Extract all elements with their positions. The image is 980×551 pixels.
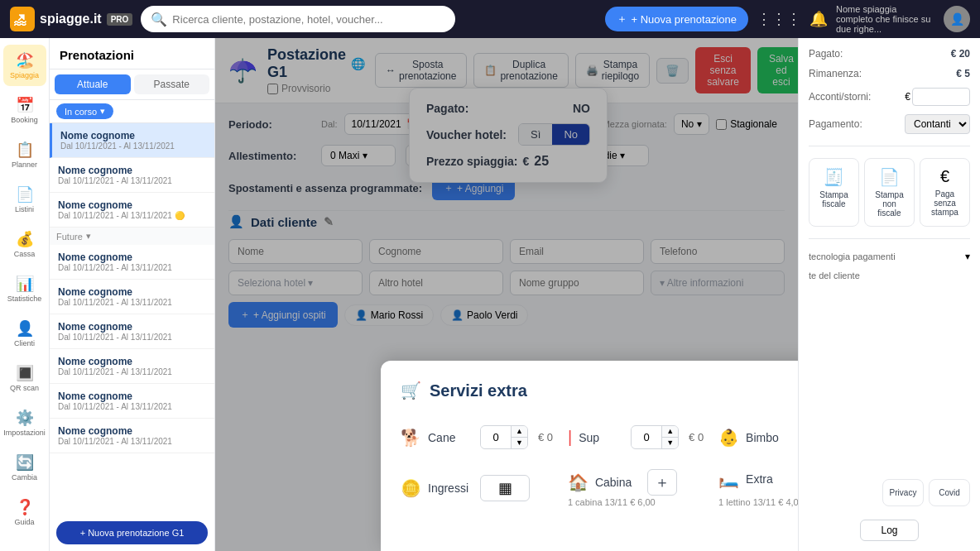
cane-qty-up[interactable]: ▲ bbox=[512, 426, 527, 438]
paga-senza-stampa-tile[interactable]: € Paga senza stampa bbox=[920, 158, 970, 227]
cane-label: Cane bbox=[428, 431, 473, 444]
sidebar-item-qrscan[interactable]: 🔳 QR scan bbox=[3, 357, 46, 399]
sidebar-item-clienti[interactable]: 👤 Clienti bbox=[3, 313, 46, 354]
cabina-plus-button[interactable]: ＋ bbox=[647, 469, 677, 496]
chevron-down-icon: ▾ bbox=[965, 251, 970, 262]
sidebar-item-listini[interactable]: 📄 Listini bbox=[3, 179, 46, 220]
dog-icon: 🐕 bbox=[401, 428, 421, 448]
filter-in-corso[interactable]: In corso ▾ bbox=[56, 103, 113, 119]
qr-icon: ▦ bbox=[498, 479, 512, 497]
new-booking-button[interactable]: ＋ + Nuova prenotazione bbox=[605, 7, 748, 31]
booking-item-1[interactable]: Nome cognome Dal 10/11/2021 - Al 13/11/2… bbox=[50, 158, 214, 193]
cane-qty-input[interactable] bbox=[481, 428, 511, 447]
logo-text: spiagge.it bbox=[40, 12, 102, 26]
sidebar-item-cassa[interactable]: 💰 Cassa bbox=[3, 223, 46, 265]
user-info: Nome spiaggia completo che finisce su du… bbox=[836, 4, 935, 34]
tecnologia-row[interactable]: tecnologia pagamenti ▾ bbox=[809, 251, 970, 262]
booking-item-name: Nome cognome bbox=[60, 130, 206, 141]
booking-tabs: Attuale Passate bbox=[50, 69, 214, 100]
pro-badge: PRO bbox=[107, 13, 133, 26]
servizi-grid: 🐕 Cane ▲ ▼ € 0 | bbox=[401, 417, 798, 519]
panel-pagato-label: Pagato: bbox=[809, 48, 843, 60]
sidebar-item-label: Spiaggia bbox=[10, 71, 39, 79]
booking-item-selected[interactable]: Nome cognome Dal 10/11/2021 - Al 13/11/2… bbox=[50, 123, 214, 158]
servizi-cane: 🐕 Cane ▲ ▼ € 0 bbox=[401, 417, 568, 458]
gear-icon: ⚙️ bbox=[16, 409, 34, 427]
booking-item-2[interactable]: Nome cognome Dal 10/11/2021 - Al 13/11/2… bbox=[50, 193, 214, 228]
stampa-fiscale-tile[interactable]: 🧾 Stampa fiscale bbox=[809, 158, 859, 227]
search-input[interactable] bbox=[172, 13, 445, 26]
sidebar-item-spiaggia[interactable]: 🏖️ Spiaggia bbox=[3, 45, 46, 86]
search-bar: 🔍 bbox=[141, 6, 455, 32]
sup-qty-input[interactable] bbox=[632, 428, 661, 447]
privacy-tile[interactable]: Privacy bbox=[882, 479, 924, 506]
fiscal-icon: 🧾 bbox=[824, 167, 844, 187]
search-icon: 🔍 bbox=[151, 12, 167, 27]
bed-icon: 🛏️ bbox=[718, 469, 739, 489]
plus-icon: ＋ bbox=[617, 12, 627, 26]
pagamento-select[interactable]: Contanti bbox=[905, 114, 970, 134]
panel-pagamento-row: Pagamento: Contanti bbox=[809, 114, 970, 134]
covid-tile[interactable]: Covid bbox=[929, 479, 970, 506]
sup-price: € 0 bbox=[689, 431, 718, 443]
booking-item-f5[interactable]: Nome cognome Dal 10/11/2021 - Al 13/11/2… bbox=[50, 384, 214, 419]
panel-rimanenza-row: Rimanenza: € 5 bbox=[809, 68, 970, 79]
bimbo-label: Bimbo bbox=[746, 431, 791, 444]
sidebar-item-guida[interactable]: ❓ Guida bbox=[3, 491, 46, 533]
tab-passate[interactable]: Passate bbox=[134, 74, 210, 94]
acconti-input[interactable] bbox=[912, 88, 970, 106]
new-booking-g1-button[interactable]: + Nuova prenotazione G1 bbox=[56, 521, 208, 544]
sup-icon: | bbox=[568, 428, 572, 447]
content-area: ☂️ Postazione G1 🌐 Provvisorio ↔ Sposta … bbox=[215, 38, 798, 551]
sup-qty-arrows: ▲ ▼ bbox=[661, 426, 678, 448]
sidebar-item-cambia[interactable]: 🔄 Cambia bbox=[3, 447, 46, 488]
servizi-extra-title: 🛒 Servizi extra bbox=[401, 381, 798, 400]
nav-right: ＋ + Nuova prenotazione ⋮⋮⋮ 🔔 Nome spiagg… bbox=[605, 4, 970, 34]
sidebar-item-statistiche[interactable]: 📊 Statistiche bbox=[3, 268, 46, 309]
chevron-down-icon: ▾ bbox=[86, 231, 91, 242]
panel-acconti-label: Acconti/storni: bbox=[809, 91, 871, 103]
cane-qty-down[interactable]: ▼ bbox=[512, 438, 527, 448]
cabina-icon: 🏠 bbox=[568, 472, 588, 492]
panel-rimanenza-label: Rimanenza: bbox=[809, 68, 862, 79]
tecnologia-label: tecnologia pagamenti bbox=[809, 252, 896, 261]
panel-pagamento-label: Pagamento: bbox=[809, 118, 862, 130]
qrscan-icon: 🔳 bbox=[16, 364, 34, 382]
panel-rimanenza-val: € 5 bbox=[956, 68, 970, 79]
ingressi-label: Ingressi bbox=[428, 482, 473, 495]
booking-item-f4[interactable]: Nome cognome Dal 10/11/2021 - Al 13/11/2… bbox=[50, 349, 214, 384]
sup-qty-up[interactable]: ▲ bbox=[662, 426, 678, 438]
ticket-icon: 🪙 bbox=[401, 478, 421, 498]
euro-icon: € bbox=[940, 167, 949, 186]
sup-qty-down[interactable]: ▼ bbox=[662, 438, 678, 448]
top-navbar: 🏖 spiagge.it PRO 🔍 ＋ + Nuova prenotazion… bbox=[0, 0, 980, 38]
tab-attuale[interactable]: Attuale bbox=[55, 74, 131, 94]
booking-list: Prenotazioni Attuale Passate In corso ▾ … bbox=[50, 38, 215, 551]
cassa-icon: 💰 bbox=[16, 230, 34, 248]
sidebar-item-impostazioni[interactable]: ⚙️ Impostazioni bbox=[3, 402, 46, 443]
sidebar-item-planner[interactable]: 📋 Planner bbox=[3, 134, 46, 175]
ingressi-qr-button[interactable]: ▦ bbox=[480, 475, 530, 501]
booking-item-f2[interactable]: Nome cognome Dal 10/11/2021 - Al 13/11/2… bbox=[50, 280, 214, 314]
right-panel: Pagato: € 20 Rimanenza: € 5 Acconti/stor… bbox=[798, 38, 980, 551]
booking-item-f1[interactable]: Nome cognome Dal 10/11/2021 - Al 13/11/2… bbox=[50, 245, 214, 280]
avatar: 👤 bbox=[944, 6, 970, 32]
booking-list-title: Prenotazioni bbox=[50, 38, 214, 69]
booking-item-f3[interactable]: Nome cognome Dal 10/11/2021 - Al 13/11/2… bbox=[50, 314, 214, 349]
servizi-extra-overlay: 🛒 Servizi extra 🐕 Cane ▲ ▼ bbox=[215, 38, 798, 551]
note-row: te del cliente bbox=[809, 271, 970, 280]
statistiche-icon: 📊 bbox=[16, 275, 34, 293]
booking-item-f6[interactable]: Nome cognome Dal 10/11/2021 - Al 13/11/2… bbox=[50, 419, 214, 453]
stampa-non-fiscale-tile[interactable]: 📄 Stampa non fiscale bbox=[864, 158, 915, 227]
servizi-extra-panel: 🛒 Servizi extra 🐕 Cane ▲ ▼ bbox=[381, 361, 798, 551]
note-label: te del cliente bbox=[809, 271, 860, 280]
log-button[interactable]: Log bbox=[860, 520, 918, 541]
grid-icon-button[interactable]: ⋮⋮⋮ bbox=[757, 10, 801, 28]
clienti-icon: 👤 bbox=[16, 319, 34, 338]
child-icon: 👶 bbox=[718, 428, 739, 448]
servizi-cabina: 🏠 Cabina ＋ 1 cabina 13/11 € 6,00 bbox=[568, 458, 718, 519]
notification-button[interactable]: 🔔 bbox=[809, 10, 828, 28]
extra-label: Extra bbox=[746, 472, 791, 486]
sidebar-item-booking[interactable]: 📅 Booking bbox=[3, 89, 46, 131]
cabina-label: Cabina bbox=[595, 476, 641, 489]
